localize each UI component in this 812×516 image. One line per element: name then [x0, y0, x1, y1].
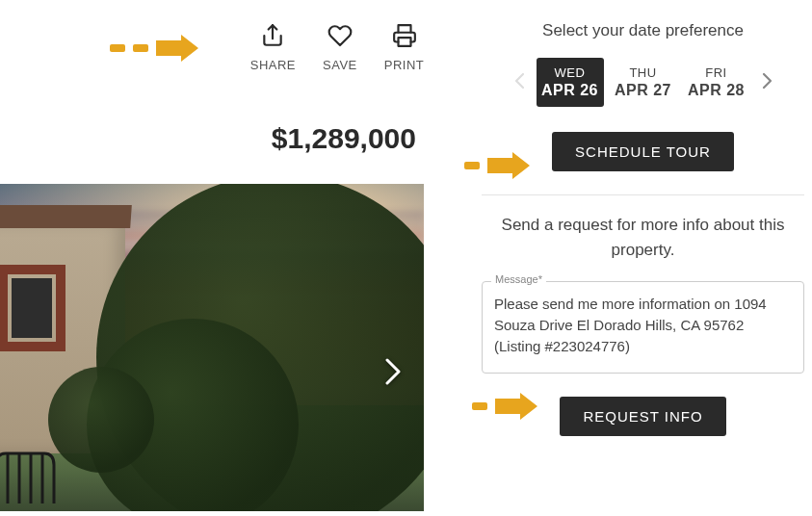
date-dow: THU	[612, 65, 675, 80]
date-option-1[interactable]: THU APR 27	[610, 58, 677, 107]
date-dow: FRI	[685, 65, 748, 80]
callout-arrow-request	[472, 393, 537, 420]
listing-price: $1,289,000	[0, 122, 424, 155]
date-option-0[interactable]: WED APR 26	[537, 58, 604, 107]
request-info-button[interactable]: REQUEST INFO	[560, 397, 725, 436]
date-next-button[interactable]	[756, 71, 779, 94]
arrow-right-icon	[156, 35, 198, 62]
select-date-label: Select your date preference	[482, 21, 804, 40]
schedule-tour-button[interactable]: SCHEDULE TOUR	[552, 132, 734, 171]
message-legend: Message*	[491, 273, 546, 285]
date-md: APR 26	[538, 82, 602, 99]
callout-arrow-schedule	[464, 152, 530, 179]
save-label: SAVE	[323, 58, 357, 72]
heart-icon	[327, 23, 353, 52]
action-bar: SHARE SAVE PRINT	[0, 23, 424, 72]
print-label: PRINT	[384, 58, 425, 72]
date-prev-button	[508, 71, 531, 94]
print-icon	[392, 23, 417, 52]
date-option-2[interactable]: FRI APR 28	[683, 58, 750, 107]
arrow-right-icon	[495, 393, 537, 420]
print-button[interactable]: PRINT	[384, 23, 425, 72]
share-label: SHARE	[250, 58, 296, 72]
fence-decor	[0, 446, 92, 503]
date-md: APR 27	[612, 82, 675, 99]
chevron-right-icon	[762, 72, 773, 93]
date-dow: WED	[538, 65, 602, 80]
message-textarea[interactable]	[482, 281, 804, 374]
date-md: APR 28	[685, 82, 748, 99]
divider	[482, 194, 804, 195]
send-request-label: Send a request for more info about this …	[482, 213, 804, 262]
listing-photo[interactable]	[0, 184, 424, 511]
chevron-left-icon	[513, 72, 525, 93]
chevron-right-icon	[383, 358, 403, 389]
share-icon	[260, 23, 285, 52]
svg-rect-1	[398, 38, 410, 46]
save-button[interactable]: SAVE	[323, 23, 357, 72]
callout-arrow-actions	[110, 35, 198, 62]
photo-next-button[interactable]	[376, 356, 410, 391]
arrow-right-icon	[487, 152, 530, 179]
date-picker: WED APR 26 THU APR 27 FRI APR 28	[482, 58, 804, 107]
share-button[interactable]: SHARE	[250, 23, 296, 72]
